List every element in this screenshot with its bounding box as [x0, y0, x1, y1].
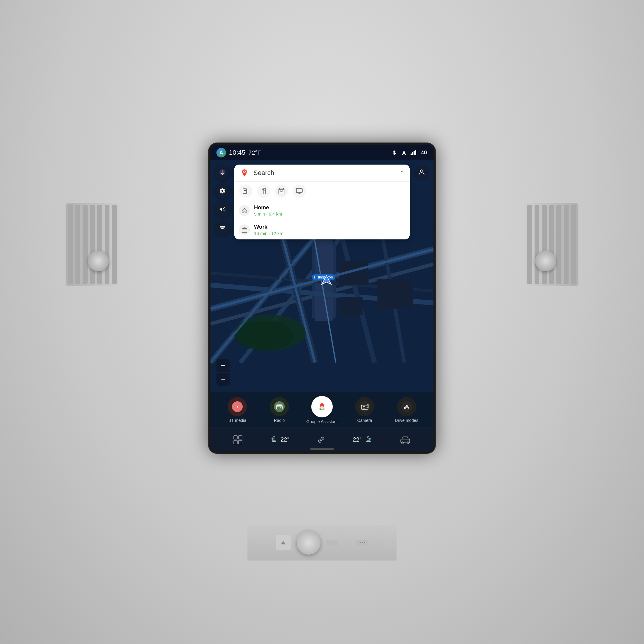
svg-point-58: [319, 408, 321, 410]
svg-marker-27: [322, 275, 331, 284]
status-left: A 10:45 72°F: [216, 148, 261, 157]
shopping-category-button[interactable]: [275, 185, 288, 198]
camera-icon: [355, 397, 374, 416]
svg-rect-18: [377, 279, 413, 309]
radio-label: Radio: [274, 418, 285, 423]
services-category-button[interactable]: [293, 185, 306, 198]
work-icon: [239, 225, 250, 235]
home-detail: 9 min · 6.4 km: [254, 211, 405, 216]
left-sidebar: [215, 165, 230, 236]
search-categories: [234, 181, 410, 201]
zoom-controls: + −: [216, 359, 230, 386]
vent-right: [525, 203, 578, 286]
google-assistant-icon: [311, 396, 333, 417]
profile-button[interactable]: [414, 165, 429, 180]
vehicle-button[interactable]: [400, 436, 411, 444]
camera-button[interactable]: Camera: [350, 397, 380, 423]
svg-rect-38: [243, 189, 247, 193]
svg-rect-45: [296, 188, 302, 193]
svg-point-68: [408, 408, 409, 409]
svg-rect-2: [412, 152, 413, 155]
seat-right-icon: [364, 436, 372, 444]
drive-modes-label: Drive modes: [395, 418, 418, 423]
work-destination[interactable]: Work 16 min · 12 km: [234, 220, 410, 239]
home-icon: [239, 205, 250, 216]
search-header: Search ⌃: [234, 165, 410, 181]
seat-right-temp-value: 22°: [353, 436, 362, 443]
radio-icon: [270, 397, 289, 416]
zoom-out-button[interactable]: −: [216, 373, 230, 386]
search-input[interactable]: Search: [253, 169, 396, 177]
status-right: 4G: [391, 150, 428, 156]
svg-point-67: [405, 408, 406, 409]
app-bar: ♪ BT media: [210, 392, 434, 428]
car-location-pin: [321, 274, 332, 287]
svg-rect-73: [239, 440, 242, 444]
console-btn-2[interactable]: [341, 540, 353, 546]
svg-point-74: [273, 436, 275, 438]
bt-media-label: BT media: [228, 418, 246, 423]
console-btn-3[interactable]: [356, 540, 368, 546]
network-badge: 4G: [421, 150, 428, 155]
drive-modes-icon: [397, 397, 416, 416]
svg-point-22: [234, 321, 294, 351]
svg-rect-56: [277, 404, 282, 405]
status-time: 10:45: [229, 149, 245, 157]
volume-button[interactable]: [215, 202, 230, 217]
grid-home-button[interactable]: [233, 435, 243, 445]
home-destination[interactable]: Home 9 min · 6.4 km: [234, 201, 410, 220]
voice-button[interactable]: [215, 165, 230, 180]
svg-rect-39: [244, 190, 246, 191]
seat-left-icon: [270, 436, 278, 444]
status-bar: A 10:45 72°F: [210, 145, 434, 160]
drive-modes-button[interactable]: Drive modes: [392, 397, 422, 423]
console-btn-1[interactable]: [326, 540, 338, 546]
svg-rect-3: [414, 151, 415, 155]
svg-rect-19: [339, 297, 363, 315]
zoom-in-button[interactable]: +: [216, 359, 230, 372]
console-buttons: [326, 540, 368, 546]
destinations-list: Home 9 min · 6.4 km: [234, 201, 410, 239]
android-auto-logo: A: [216, 148, 226, 157]
settings-button[interactable]: [215, 183, 230, 199]
knob-left[interactable]: [88, 250, 109, 271]
svg-point-75: [320, 439, 322, 441]
seat-left-temp[interactable]: 22°: [270, 436, 290, 444]
bt-media-button[interactable]: ♪ BT media: [222, 397, 252, 423]
svg-point-76: [367, 436, 369, 438]
knob-right[interactable]: [535, 250, 556, 271]
google-maps-logo: [239, 168, 250, 178]
map-area[interactable]: Hisingsbron: [210, 160, 434, 392]
center-knob[interactable]: [297, 531, 321, 555]
screen: A 10:45 72°F: [210, 145, 434, 451]
svg-rect-4: [415, 150, 416, 155]
seat-right-temp[interactable]: 22°: [353, 436, 372, 444]
work-detail: 16 min · 12 km: [254, 231, 405, 236]
bottom-console: [247, 525, 397, 561]
triangle-button[interactable]: [276, 535, 291, 550]
svg-point-59: [323, 408, 324, 410]
svg-rect-77: [401, 439, 410, 443]
google-assistant-button[interactable]: Google Assistant: [306, 396, 338, 424]
fan-button[interactable]: [317, 435, 326, 444]
svg-point-55: [280, 407, 281, 408]
svg-text:♪: ♪: [236, 404, 239, 409]
google-assistant-label: Google Assistant: [306, 419, 338, 424]
svg-rect-72: [234, 440, 237, 444]
svg-rect-29: [222, 170, 223, 174]
svg-rect-48: [242, 229, 247, 233]
svg-marker-31: [220, 208, 222, 211]
controls-bar: 22° 22°: [210, 428, 434, 451]
radio-button[interactable]: Radio: [264, 397, 294, 423]
navigation-menu-button[interactable]: [215, 220, 230, 236]
navigation-icon: [401, 150, 407, 156]
svg-rect-41: [248, 190, 248, 192]
search-panel[interactable]: Search ⌃: [234, 165, 410, 239]
restaurant-category-button[interactable]: [257, 185, 270, 198]
status-temperature: 72°F: [248, 149, 261, 156]
handle-bar: [310, 448, 334, 450]
search-chevron-icon[interactable]: ⌃: [400, 169, 405, 177]
gas-category-button[interactable]: [239, 185, 252, 198]
svg-rect-1: [411, 154, 412, 155]
work-info: Work 16 min · 12 km: [254, 224, 405, 236]
